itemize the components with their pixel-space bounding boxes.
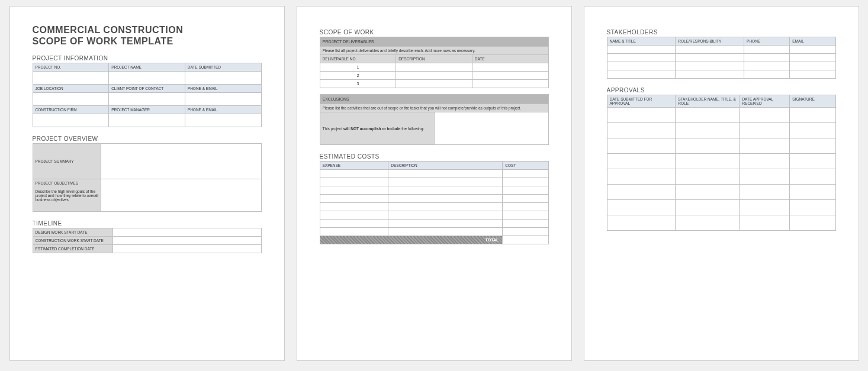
input-cell[interactable] xyxy=(185,72,261,85)
input-cell[interactable] xyxy=(388,186,503,195)
input-cell[interactable] xyxy=(101,179,261,212)
input-cell[interactable] xyxy=(740,154,790,169)
input-cell[interactable] xyxy=(320,211,388,220)
input-cell[interactable] xyxy=(607,46,676,54)
input-cell[interactable] xyxy=(503,220,548,228)
input-cell[interactable] xyxy=(472,80,548,88)
input-cell[interactable] xyxy=(109,72,185,85)
input-cell[interactable] xyxy=(185,114,261,127)
input-cell[interactable] xyxy=(607,185,676,200)
input-cell[interactable] xyxy=(790,54,835,62)
input-cell[interactable] xyxy=(503,228,548,236)
input-cell[interactable] xyxy=(112,245,261,253)
input-cell[interactable] xyxy=(740,200,790,215)
input-cell[interactable] xyxy=(33,93,109,106)
input-cell[interactable] xyxy=(676,215,740,231)
input-cell[interactable] xyxy=(790,169,835,185)
input-cell[interactable] xyxy=(607,154,676,169)
input-cell[interactable] xyxy=(790,46,835,54)
input-cell[interactable] xyxy=(676,46,744,54)
input-cell[interactable] xyxy=(320,186,388,195)
input-cell[interactable] xyxy=(790,154,835,169)
input-cell[interactable] xyxy=(320,195,388,203)
input-cell[interactable] xyxy=(740,215,790,231)
input-cell[interactable] xyxy=(112,228,261,237)
label-project-name: PROJECT NAME xyxy=(109,63,185,72)
input-cell[interactable] xyxy=(101,144,261,179)
input-cell[interactable] xyxy=(740,108,790,123)
input-cell[interactable] xyxy=(33,114,109,127)
deliverable-no: 2 xyxy=(320,72,396,80)
input-cell[interactable] xyxy=(740,123,790,138)
input-cell[interactable] xyxy=(607,123,676,138)
input-cell[interactable] xyxy=(396,80,472,88)
input-cell[interactable] xyxy=(503,203,548,211)
label-design-start: DESIGN WORK START DATE xyxy=(33,228,112,237)
input-cell[interactable] xyxy=(790,70,835,79)
input-cell[interactable] xyxy=(396,63,472,72)
input-cell[interactable] xyxy=(790,215,835,231)
input-cell[interactable] xyxy=(388,195,503,203)
input-cell[interactable] xyxy=(388,178,503,186)
input-cell[interactable] xyxy=(790,185,835,200)
input-cell[interactable] xyxy=(472,63,548,72)
input-cell[interactable] xyxy=(676,185,740,200)
label-deliverable-no: DELIVERABLE NO. xyxy=(320,55,396,63)
input-cell[interactable] xyxy=(607,62,676,70)
input-cell[interactable] xyxy=(503,170,548,178)
input-cell[interactable] xyxy=(790,108,835,123)
input-cell[interactable] xyxy=(607,70,676,79)
input-cell[interactable] xyxy=(503,178,548,186)
input-cell[interactable] xyxy=(676,108,740,123)
input-cell[interactable] xyxy=(790,62,835,70)
input-cell[interactable] xyxy=(388,170,503,178)
input-cell[interactable] xyxy=(320,228,388,236)
input-cell[interactable] xyxy=(503,195,548,203)
input-cell[interactable] xyxy=(503,186,548,195)
input-cell[interactable] xyxy=(744,46,790,54)
input-cell[interactable] xyxy=(388,203,503,211)
input-cell[interactable] xyxy=(185,93,261,106)
input-cell[interactable] xyxy=(320,178,388,186)
input-cell[interactable] xyxy=(388,228,503,236)
input-cell[interactable] xyxy=(607,138,676,154)
input-cell[interactable] xyxy=(744,54,790,62)
section-stakeholders: STAKEHOLDERS xyxy=(607,29,836,36)
input-cell[interactable] xyxy=(676,54,744,62)
input-cell[interactable] xyxy=(472,72,548,80)
input-cell[interactable] xyxy=(676,70,744,79)
input-cell[interactable] xyxy=(676,154,740,169)
input-cell[interactable] xyxy=(607,169,676,185)
input-cell[interactable] xyxy=(676,138,740,154)
input-cell[interactable] xyxy=(607,200,676,215)
input-cell[interactable] xyxy=(388,220,503,228)
input-cell[interactable] xyxy=(676,200,740,215)
input-cell[interactable] xyxy=(109,114,185,127)
input-cell[interactable] xyxy=(740,169,790,185)
input-cell[interactable] xyxy=(790,138,835,154)
objectives-desc: Describe the high-level goals of the pro… xyxy=(36,189,98,202)
input-cell[interactable] xyxy=(607,54,676,62)
input-cell[interactable] xyxy=(320,220,388,228)
input-cell[interactable] xyxy=(676,62,744,70)
input-cell[interactable] xyxy=(744,70,790,79)
input-cell[interactable] xyxy=(676,123,740,138)
input-cell[interactable] xyxy=(320,203,388,211)
input-cell[interactable] xyxy=(744,62,790,70)
input-cell[interactable] xyxy=(740,138,790,154)
section-approvals: APPROVALS xyxy=(607,87,836,93)
input-cell[interactable] xyxy=(434,112,548,145)
input-cell[interactable] xyxy=(33,72,109,85)
input-cell[interactable] xyxy=(676,169,740,185)
input-cell[interactable] xyxy=(112,237,261,245)
input-cell[interactable] xyxy=(790,200,835,215)
input-cell[interactable] xyxy=(109,93,185,106)
input-cell[interactable] xyxy=(607,108,676,123)
input-cell[interactable] xyxy=(790,123,835,138)
input-cell[interactable] xyxy=(607,215,676,231)
input-cell[interactable] xyxy=(388,211,503,220)
input-cell[interactable] xyxy=(740,185,790,200)
input-cell[interactable] xyxy=(396,72,472,80)
input-cell[interactable] xyxy=(320,170,388,178)
input-cell[interactable] xyxy=(503,211,548,220)
